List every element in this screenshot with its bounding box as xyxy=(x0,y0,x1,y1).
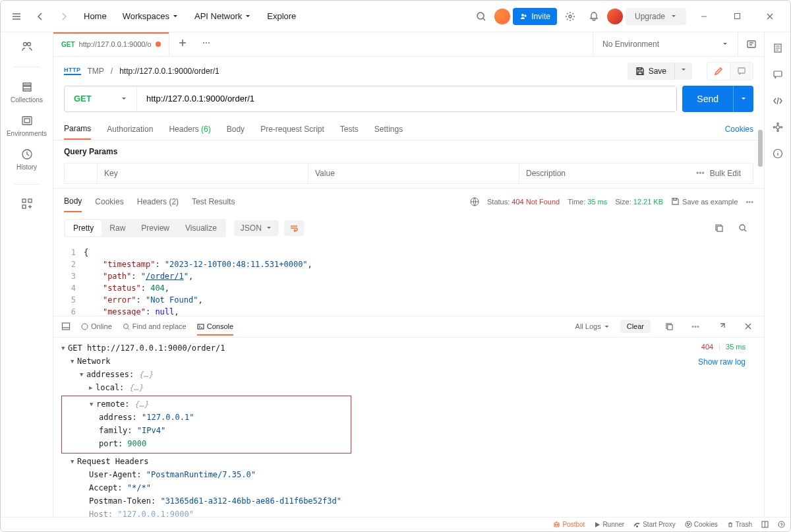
globe-icon[interactable] xyxy=(470,197,479,206)
params-checkbox-cell xyxy=(65,163,98,183)
console-body[interactable]: ▼ GET http://127.0.0.1:9000/order/1 ▼ Ne… xyxy=(53,338,764,517)
console-filter[interactable]: All Logs xyxy=(575,322,610,330)
svg-point-35 xyxy=(558,524,558,525)
url-input[interactable] xyxy=(137,86,676,111)
panel-toggle-icon[interactable] xyxy=(61,322,71,331)
response-body[interactable]: 1{2 "timestamp": "2023-12-10T00:48:11.53… xyxy=(53,244,764,316)
console-online[interactable]: Online xyxy=(81,322,112,330)
nav-home[interactable]: Home xyxy=(77,7,113,25)
view-pretty[interactable]: Pretty xyxy=(65,220,102,236)
console-copy-icon[interactable] xyxy=(661,318,677,334)
clear-button[interactable]: Clear xyxy=(620,320,651,333)
cookies-link[interactable]: Cookies xyxy=(725,125,753,134)
params-key-header: Key xyxy=(98,163,308,183)
svg-point-5 xyxy=(27,43,30,46)
minimize-icon[interactable] xyxy=(689,6,719,27)
send-button[interactable]: Send xyxy=(682,86,733,112)
http-badge: HTTP xyxy=(64,67,81,75)
show-raw-log[interactable]: Show raw log xyxy=(698,357,746,367)
svg-point-13 xyxy=(206,42,207,44)
console-tab[interactable]: Console xyxy=(197,322,233,336)
console-close-icon[interactable] xyxy=(740,318,756,334)
send-dropdown[interactable] xyxy=(733,86,753,112)
tab-headers[interactable]: Headers (6) xyxy=(169,119,210,139)
tab-params[interactable]: Params xyxy=(64,119,91,140)
environment-quicklook-icon[interactable] xyxy=(738,32,764,56)
save-dropdown[interactable] xyxy=(674,63,692,80)
sidebar-configure-icon[interactable] xyxy=(7,198,47,210)
docs-icon[interactable] xyxy=(773,43,783,53)
menu-icon[interactable] xyxy=(6,6,27,27)
tab-options-icon[interactable] xyxy=(196,32,217,53)
sidebar-history[interactable]: History xyxy=(7,148,47,171)
svg-rect-11 xyxy=(22,205,26,208)
svg-point-0 xyxy=(477,13,484,19)
comment-icon[interactable] xyxy=(730,63,753,80)
sidebar-icon-top[interactable] xyxy=(7,40,47,53)
sidebar-environments[interactable]: Environments xyxy=(7,114,47,137)
info-icon[interactable] xyxy=(773,148,783,159)
back-icon[interactable] xyxy=(30,6,51,27)
save-button[interactable]: Save xyxy=(628,63,674,80)
console-popout-icon[interactable] xyxy=(714,318,730,334)
search-response-icon[interactable] xyxy=(732,218,753,239)
resp-tab-cookies[interactable]: Cookies xyxy=(95,192,123,212)
status-postbot[interactable]: Postbot xyxy=(553,521,585,528)
bulk-edit[interactable]: Bulk Edit xyxy=(705,169,746,178)
status-trash[interactable]: Trash xyxy=(727,521,752,528)
maximize-icon[interactable] xyxy=(722,6,752,27)
method-select[interactable]: GET xyxy=(65,86,137,111)
sidebar-collections[interactable]: Collections xyxy=(7,80,47,103)
console-more-icon[interactable]: ••• xyxy=(688,318,703,334)
status-layout-icon[interactable] xyxy=(761,521,769,528)
scrollbar[interactable] xyxy=(758,130,763,167)
team-avatar[interactable] xyxy=(494,9,510,24)
notifications-icon[interactable] xyxy=(583,6,604,27)
forward-icon[interactable] xyxy=(53,6,74,27)
tab-body[interactable]: Body xyxy=(227,119,245,139)
params-more-icon[interactable]: ••• xyxy=(696,169,705,178)
related-icon[interactable] xyxy=(773,122,783,133)
format-select[interactable]: JSON xyxy=(234,220,279,236)
upgrade-button[interactable]: Upgrade xyxy=(626,8,686,25)
tab-tests[interactable]: Tests xyxy=(340,119,359,139)
invite-button[interactable]: Invite xyxy=(513,8,557,25)
svg-point-27 xyxy=(776,126,779,129)
tab-authorization[interactable]: Authorization xyxy=(107,119,153,139)
settings-icon[interactable] xyxy=(560,6,581,27)
new-tab-icon[interactable] xyxy=(169,32,196,53)
tab-prerequest[interactable]: Pre-request Script xyxy=(260,119,324,139)
response-more-icon[interactable]: ••• xyxy=(746,198,753,206)
copy-icon[interactable] xyxy=(709,218,730,239)
search-icon[interactable] xyxy=(471,6,492,27)
save-example[interactable]: Save as example xyxy=(671,197,738,206)
console-find[interactable]: Find and replace xyxy=(123,322,187,330)
resp-tab-headers[interactable]: Headers (2) xyxy=(137,192,179,212)
svg-rect-6 xyxy=(22,117,32,125)
code-icon[interactable] xyxy=(773,96,783,106)
status-runner[interactable]: Runner xyxy=(594,521,624,528)
resp-tab-body[interactable]: Body xyxy=(64,191,82,212)
status-cookies[interactable]: Cookies xyxy=(685,521,718,528)
edit-icon[interactable] xyxy=(707,63,730,80)
svg-point-38 xyxy=(687,523,688,523)
highlighted-remote-block: ▼ remote: {…} address: "127.0.0.1" famil… xyxy=(61,396,351,454)
view-preview[interactable]: Preview xyxy=(133,220,177,236)
tab-settings[interactable]: Settings xyxy=(374,119,403,139)
nav-explore[interactable]: Explore xyxy=(260,7,303,25)
comments-icon[interactable] xyxy=(773,69,783,80)
url-row: GET Send xyxy=(53,86,764,112)
request-tab[interactable]: GET http://127.0.0.1:9000/or xyxy=(53,32,169,56)
view-visualize[interactable]: Visualize xyxy=(177,220,225,236)
breadcrumb-folder[interactable]: TMP xyxy=(88,67,104,76)
status-help-icon[interactable] xyxy=(778,521,785,528)
resp-tab-tests[interactable]: Test Results xyxy=(192,192,235,212)
nav-api-network[interactable]: API Network xyxy=(188,7,258,25)
view-raw[interactable]: Raw xyxy=(102,220,133,236)
wrap-lines-icon[interactable] xyxy=(284,220,304,236)
status-proxy[interactable]: Start Proxy xyxy=(633,521,675,528)
environment-select[interactable]: No Environment xyxy=(593,32,738,56)
user-avatar[interactable] xyxy=(607,9,623,24)
nav-workspaces[interactable]: Workspaces xyxy=(116,7,185,25)
close-icon[interactable] xyxy=(755,6,785,27)
